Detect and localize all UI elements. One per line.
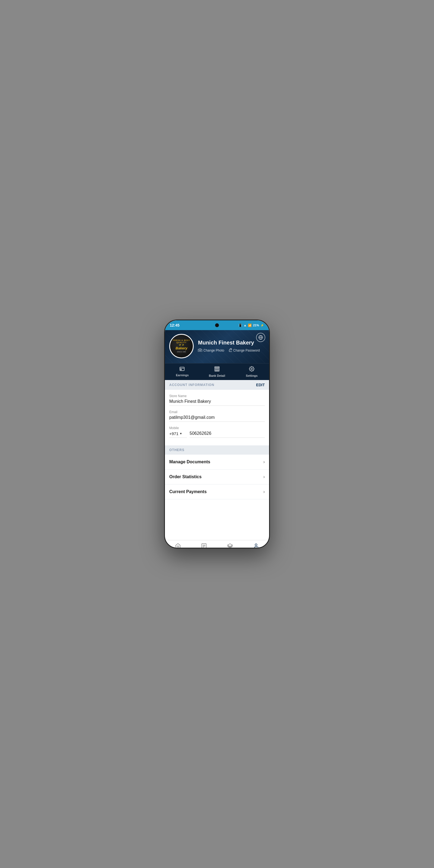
others-section: OTHERS Manage Documents › Order Statisti… — [165, 445, 269, 499]
settings-icon — [249, 366, 254, 373]
email-value: patilmp301@gmail.com — [169, 415, 265, 422]
chevron-right-icon-2: › — [264, 474, 265, 479]
tab-earnings[interactable]: Earnings — [165, 364, 199, 380]
lock-icon — [229, 348, 232, 353]
bottom-nav-home[interactable]: HOME — [165, 542, 191, 549]
change-password-label: Change Password — [233, 348, 260, 352]
bottom-nav-product[interactable]: PRODUCT — [217, 542, 243, 549]
bottom-nav-profile[interactable]: PROFILE — [243, 542, 269, 549]
svg-rect-9 — [218, 368, 218, 371]
account-form: Store Name Munich Finest Bakery Email pa… — [165, 390, 269, 443]
svg-point-17 — [255, 544, 257, 546]
country-code-selector[interactable]: +971 ▼ — [169, 431, 187, 438]
svg-rect-4 — [229, 350, 232, 351]
profile-info: Munich Finest Bakery Change Photo — [198, 340, 265, 353]
avatar: FRESH & BEST QUALITY 🌾 🌾 Bakery SINCE 19… — [169, 334, 194, 358]
others-header: OTHERS — [165, 445, 269, 455]
manage-documents-label: Manage Documents — [169, 460, 210, 464]
camera-notch — [215, 323, 219, 327]
svg-rect-6 — [180, 369, 181, 370]
orders-icon — [201, 543, 207, 549]
account-info-title: ACCOUNT INFORMATION — [169, 383, 214, 387]
home-icon — [175, 543, 181, 549]
chevron-right-icon-3: › — [264, 489, 265, 494]
order-statistics-item[interactable]: Order Statistics › — [165, 469, 269, 485]
camera-icon — [198, 348, 202, 352]
current-payments-label: Current Payments — [169, 489, 207, 494]
change-password-button[interactable]: Change Password — [229, 348, 260, 353]
others-title: OTHERS — [169, 448, 184, 452]
signal-icon: 📶 — [248, 323, 252, 327]
tab-earnings-label: Earnings — [176, 373, 188, 377]
battery-icon: ⚡ — [260, 323, 264, 327]
status-icons: 📳 ▲ 📶 21% ⚡ — [239, 323, 264, 327]
svg-point-11 — [251, 368, 252, 370]
mobile-number-value: 506262626 — [190, 431, 265, 438]
profile-actions: Change Photo Change Password — [198, 348, 265, 353]
country-code-value: +971 — [169, 431, 179, 436]
change-photo-button[interactable]: Change Photo — [198, 348, 224, 353]
store-name-value: Munich Finest Bakery — [169, 399, 265, 406]
vibrate-icon: 📳 — [239, 323, 242, 327]
mobile-field: Mobile +971 ▼ 506262626 — [169, 426, 265, 438]
nav-tabs: Earnings Bank Detail Settings — [165, 363, 269, 380]
tab-bank-detail[interactable]: Bank Detail — [199, 364, 235, 380]
tab-settings[interactable]: Settings — [235, 364, 269, 380]
store-name: Munich Finest Bakery — [198, 340, 265, 346]
chevron-right-icon: › — [264, 460, 265, 464]
manage-documents-item[interactable]: Manage Documents › — [165, 455, 269, 469]
time: 12:45 — [170, 323, 180, 328]
earnings-icon — [180, 366, 185, 372]
email-field: Email patilmp301@gmail.com — [169, 410, 265, 422]
globe-button[interactable] — [256, 333, 265, 342]
mobile-label: Mobile — [169, 426, 265, 430]
battery-level: 21% — [253, 323, 259, 327]
status-bar: 12:45 📳 ▲ 📶 21% ⚡ — [165, 320, 269, 330]
product-icon — [227, 543, 233, 549]
profile-row: FRESH & BEST QUALITY 🌾 🌾 Bakery SINCE 19… — [169, 334, 265, 358]
bank-icon — [214, 366, 220, 373]
wifi-icon: ▲ — [244, 323, 247, 327]
email-label: Email — [169, 410, 265, 414]
profile-header: FRESH & BEST QUALITY 🌾 🌾 Bakery SINCE 19… — [165, 330, 269, 363]
store-name-label: Store Name — [169, 394, 265, 398]
bakery-logo: FRESH & BEST QUALITY 🌾 🌾 Bakery SINCE 19… — [170, 339, 193, 353]
svg-point-3 — [199, 350, 201, 351]
phone-frame: 12:45 📳 ▲ 📶 21% ⚡ FRESH & BEST QUALITY 🌾 — [164, 319, 270, 549]
profile-icon — [253, 543, 259, 549]
current-payments-item[interactable]: Current Payments › — [165, 485, 269, 499]
main-content: ACCOUNT INFORMATION EDIT Store Name Muni… — [165, 380, 269, 540]
order-statistics-label: Order Statistics — [169, 474, 202, 479]
tab-settings-label: Settings — [246, 374, 257, 377]
bottom-nav: HOME ORDERS PRODUCT — [165, 540, 269, 549]
svg-rect-8 — [216, 368, 216, 371]
account-info-header: ACCOUNT INFORMATION EDIT — [165, 380, 269, 390]
change-photo-label: Change Photo — [204, 348, 224, 352]
dropdown-arrow: ▼ — [180, 432, 182, 435]
mobile-row: +971 ▼ 506262626 — [169, 431, 265, 438]
tab-bank-label: Bank Detail — [209, 374, 225, 377]
edit-button[interactable]: EDIT — [256, 383, 265, 387]
store-name-field: Store Name Munich Finest Bakery — [169, 394, 265, 406]
bottom-nav-orders[interactable]: ORDERS — [191, 542, 217, 549]
